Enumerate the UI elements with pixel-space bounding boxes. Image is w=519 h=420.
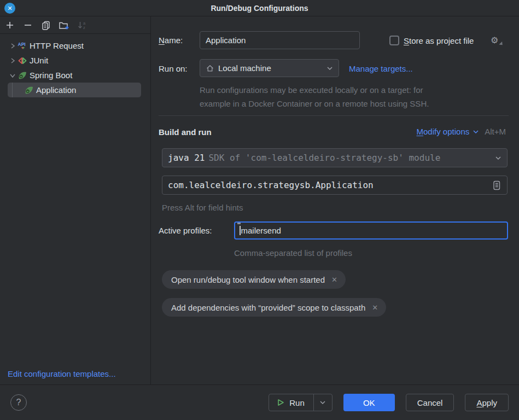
dialog-footer: ? Run OK Cancel Apply	[0, 384, 519, 420]
chevron-down-icon[interactable]	[9, 72, 16, 79]
tree-item-application[interactable]: Application	[8, 83, 141, 97]
active-profiles-label: Active profiles:	[159, 226, 212, 235]
option-chip-provided-scope: Add dependencies with “provided” scope t…	[162, 298, 386, 317]
run-split-button: Run	[269, 394, 333, 411]
chip-label: Open run/debug tool window when started	[171, 275, 325, 284]
chevron-down-icon	[495, 155, 501, 161]
remove-chip-icon[interactable]: ✕	[331, 276, 337, 284]
remove-configuration-icon[interactable]	[22, 20, 33, 31]
spring-boot-icon	[18, 71, 27, 80]
jdk-value: java 21	[168, 153, 205, 163]
edit-configuration-templates-link[interactable]: Edit configuration templates...	[8, 369, 116, 378]
name-input[interactable]	[200, 31, 360, 49]
http-request-icon: API	[18, 41, 27, 51]
add-configuration-icon[interactable]	[4, 20, 15, 31]
remove-chip-icon[interactable]: ✕	[372, 304, 378, 312]
chip-label: Add dependencies with “provided” scope t…	[171, 303, 365, 312]
tree-guide-line	[12, 83, 13, 97]
build-and-run-title: Build and run	[159, 127, 212, 137]
close-icon: ✕	[7, 5, 12, 12]
manage-targets-link[interactable]: Manage targets...	[349, 64, 413, 73]
run-on-label: Run on:	[159, 64, 188, 73]
chevron-down-icon	[326, 65, 333, 72]
cancel-button[interactable]: Cancel	[406, 394, 454, 411]
apply-button[interactable]: Apply	[465, 394, 509, 411]
run-button-label: Run	[289, 398, 305, 407]
tree-item-spring-boot[interactable]: Spring Boot	[0, 68, 150, 83]
run-options-dropdown[interactable]	[314, 394, 332, 411]
store-as-project-file-label: Store as project file	[404, 36, 474, 45]
jdk-combobox[interactable]: java 21 SDK of 'com-lealceldeiro-strateg…	[162, 148, 508, 167]
jdk-description: SDK of 'com-lealceldeiro-strategy-sb' mo…	[208, 153, 491, 163]
profiles-hint: Comma-separated list of profiles	[234, 248, 352, 258]
main-class-value: com.lealceldeiro.strategysb.Application	[168, 180, 374, 190]
titlebar: Run/Debug Configurations ✕	[0, 0, 519, 16]
help-button[interactable]: ?	[10, 394, 27, 411]
new-folder-icon[interactable]	[59, 20, 69, 31]
target-description: Run configurations may be executed local…	[200, 83, 429, 110]
run-debug-configurations-dialog: Run/Debug Configurations ✕	[0, 0, 519, 420]
close-button[interactable]: ✕	[4, 3, 15, 14]
tree-item-label: HTTP Request	[30, 41, 84, 50]
chevron-right-icon[interactable]	[9, 42, 16, 50]
alt-field-hint: Press Alt for field hints	[162, 203, 243, 212]
store-as-project-file-checkbox[interactable]	[389, 36, 399, 45]
svg-text:API: API	[18, 42, 26, 47]
configuration-form: Name: Store as project file ⚙ Run on: Lo…	[151, 16, 519, 384]
copy-configuration-icon[interactable]	[40, 20, 51, 31]
home-icon	[206, 64, 214, 73]
run-on-combobox[interactable]: Local machine	[200, 59, 339, 77]
ok-button[interactable]: OK	[343, 394, 395, 411]
main-class-field[interactable]: com.lealceldeiro.strategysb.Application	[162, 176, 508, 195]
question-mark-icon: ?	[16, 398, 21, 407]
store-settings-gear-icon[interactable]: ⚙	[491, 35, 503, 46]
tree-toolbar: a z	[0, 16, 150, 34]
configurations-tree: API HTTP Request JUnit	[0, 38, 150, 97]
tree-item-label: Application	[36, 85, 76, 95]
active-profiles-input[interactable]: mailersend	[234, 221, 508, 240]
name-label: Name:	[159, 36, 183, 45]
tree-item-label: Spring Boot	[30, 71, 72, 80]
configurations-sidebar: a z API HTTP Request	[0, 16, 151, 384]
tree-item-junit[interactable]: JUnit	[0, 53, 150, 68]
tree-item-http-request[interactable]: API HTTP Request	[0, 38, 150, 53]
tree-item-label: JUnit	[30, 56, 48, 65]
modify-options-link[interactable]: Modify options	[417, 127, 480, 136]
option-chip-open-tool-window: Open run/debug tool window when started …	[162, 270, 346, 289]
spring-boot-icon	[24, 85, 34, 95]
active-profiles-value: mailersend	[241, 226, 281, 235]
run-play-icon	[277, 398, 284, 407]
modify-options: Modify options Alt+M	[417, 127, 506, 136]
dialog-title: Run/Debug Configurations	[0, 0, 519, 16]
modify-options-shortcut: Alt+M	[485, 127, 506, 136]
junit-icon	[18, 56, 27, 66]
chevron-down-icon	[319, 399, 326, 406]
browse-main-class-icon[interactable]	[492, 180, 501, 191]
svg-text:z: z	[83, 25, 85, 30]
chevron-right-icon[interactable]	[9, 57, 16, 65]
run-on-value: Local machine	[218, 63, 323, 73]
sort-configurations-icon: a z	[77, 20, 88, 31]
section-separator	[159, 115, 509, 116]
run-button[interactable]: Run	[269, 394, 313, 411]
intention-bulb-icon[interactable]	[237, 223, 244, 230]
chevron-down-icon	[473, 129, 479, 135]
